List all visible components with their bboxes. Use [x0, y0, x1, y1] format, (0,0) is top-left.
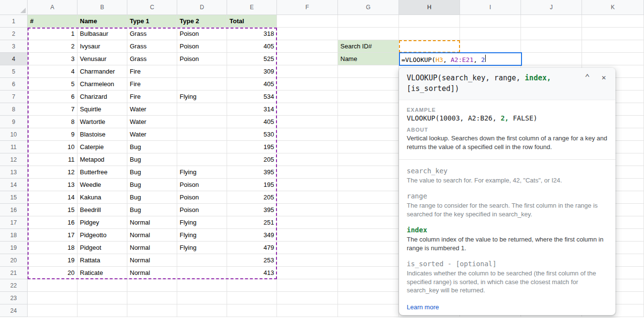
cell-B7[interactable]: Charizard — [77, 91, 127, 103]
cell-A3[interactable]: 2 — [28, 40, 77, 53]
row-header-19[interactable]: 19 — [0, 242, 28, 254]
cell-D12[interactable] — [177, 153, 227, 166]
row-header-16[interactable]: 16 — [0, 204, 28, 216]
cell-A16[interactable]: 15 — [28, 204, 77, 216]
cell-F16[interactable] — [277, 204, 338, 216]
cell-E16[interactable]: 395 — [227, 204, 277, 216]
cell-E2[interactable]: 318 — [227, 28, 277, 40]
cell-G1[interactable] — [338, 15, 399, 28]
cell-E13[interactable]: 395 — [227, 166, 277, 179]
cell-E5[interactable]: 309 — [227, 65, 277, 78]
cell-C21[interactable]: Normal — [127, 267, 177, 279]
cell-G20[interactable] — [338, 254, 399, 267]
cell-G15[interactable] — [338, 191, 399, 204]
cell-K4[interactable] — [582, 53, 644, 65]
column-header-F[interactable]: F — [277, 0, 338, 15]
cell-E1[interactable]: Total — [227, 15, 277, 28]
cell-D16[interactable]: Poison — [177, 204, 227, 216]
cell-E15[interactable]: 205 — [227, 191, 277, 204]
cell-E20[interactable]: 253 — [227, 254, 277, 267]
row-header-4[interactable]: 4 — [0, 53, 28, 65]
cell-C16[interactable]: Bug — [127, 204, 177, 216]
cell-B14[interactable]: Weedle — [77, 179, 127, 191]
cell-A24[interactable] — [28, 304, 77, 317]
cell-A4[interactable]: 3 — [28, 53, 77, 65]
cell-E14[interactable]: 195 — [227, 179, 277, 191]
column-header-K[interactable]: K — [582, 0, 644, 15]
cell-C12[interactable]: Bug — [127, 153, 177, 166]
row-header-20[interactable]: 20 — [0, 254, 28, 267]
cell-D7[interactable]: Flying — [177, 91, 227, 103]
row-header-1[interactable]: 1 — [0, 15, 28, 28]
cell-E17[interactable]: 251 — [227, 216, 277, 229]
cell-A19[interactable]: 18 — [28, 242, 77, 254]
cell-A8[interactable]: 7 — [28, 103, 77, 116]
cell-B17[interactable]: Pidgey — [77, 216, 127, 229]
cell-D15[interactable]: Poison — [177, 191, 227, 204]
cell-E6[interactable]: 405 — [227, 78, 277, 91]
cell-D10[interactable] — [177, 128, 227, 141]
cell-A7[interactable]: 6 — [28, 91, 77, 103]
cell-D1[interactable]: Type 2 — [177, 15, 227, 28]
cell-A17[interactable]: 16 — [28, 216, 77, 229]
cell-D13[interactable]: Flying — [177, 166, 227, 179]
cell-D9[interactable] — [177, 116, 227, 128]
cell-D24[interactable] — [177, 304, 227, 317]
row-header-15[interactable]: 15 — [0, 191, 28, 204]
column-header-C[interactable]: C — [127, 0, 177, 15]
cell-F24[interactable] — [277, 304, 338, 317]
cell-C3[interactable]: Grass — [127, 40, 177, 53]
close-icon[interactable]: ✕ — [599, 73, 609, 82]
cell-A21[interactable]: 20 — [28, 267, 77, 279]
cell-A9[interactable]: 8 — [28, 116, 77, 128]
cell-C20[interactable]: Normal — [127, 254, 177, 267]
cell-E22[interactable] — [227, 279, 277, 292]
cell-G7[interactable] — [338, 91, 399, 103]
cell-B20[interactable]: Rattata — [77, 254, 127, 267]
cell-B4[interactable]: Venusaur — [77, 53, 127, 65]
cell-A14[interactable]: 13 — [28, 179, 77, 191]
row-header-12[interactable]: 12 — [0, 153, 28, 166]
cell-D22[interactable] — [177, 279, 227, 292]
row-header-17[interactable]: 17 — [0, 216, 28, 229]
cell-J3[interactable] — [521, 40, 582, 53]
cell-A23[interactable] — [28, 292, 77, 304]
cell-J1[interactable] — [521, 15, 582, 28]
cell-C5[interactable]: Fire — [127, 65, 177, 78]
cell-B12[interactable]: Metapod — [77, 153, 127, 166]
cell-C14[interactable]: Bug — [127, 179, 177, 191]
cell-A18[interactable]: 17 — [28, 229, 77, 242]
cell-A13[interactable]: 12 — [28, 166, 77, 179]
cell-C17[interactable]: Normal — [127, 216, 177, 229]
cell-F9[interactable] — [277, 116, 338, 128]
cell-F1[interactable] — [277, 15, 338, 28]
cell-G19[interactable] — [338, 242, 399, 254]
cell-G11[interactable] — [338, 141, 399, 153]
cell-G12[interactable] — [338, 153, 399, 166]
cell-F7[interactable] — [277, 91, 338, 103]
cell-E9[interactable]: 405 — [227, 116, 277, 128]
cell-J4[interactable] — [521, 53, 582, 65]
cell-G10[interactable] — [338, 128, 399, 141]
cell-B15[interactable]: Kakuna — [77, 191, 127, 204]
cell-G8[interactable] — [338, 103, 399, 116]
cell-E8[interactable]: 314 — [227, 103, 277, 116]
cell-F11[interactable] — [277, 141, 338, 153]
cell-D18[interactable]: Flying — [177, 229, 227, 242]
cell-A12[interactable]: 11 — [28, 153, 77, 166]
cell-K1[interactable] — [582, 15, 644, 28]
cell-G14[interactable] — [338, 179, 399, 191]
cell-C11[interactable]: Bug — [127, 141, 177, 153]
cell-B8[interactable]: Squirtle — [77, 103, 127, 116]
column-header-J[interactable]: J — [521, 0, 582, 15]
cell-F2[interactable] — [277, 28, 338, 40]
cell-B5[interactable]: Charmander — [77, 65, 127, 78]
cell-F21[interactable] — [277, 267, 338, 279]
cell-B19[interactable]: Pidgeot — [77, 242, 127, 254]
column-header-H[interactable]: H — [399, 0, 460, 15]
cell-I1[interactable] — [460, 15, 521, 28]
cell-G2[interactable] — [338, 28, 399, 40]
cell-A10[interactable]: 9 — [28, 128, 77, 141]
row-header-2[interactable]: 2 — [0, 28, 28, 40]
cell-C7[interactable]: Fire — [127, 91, 177, 103]
